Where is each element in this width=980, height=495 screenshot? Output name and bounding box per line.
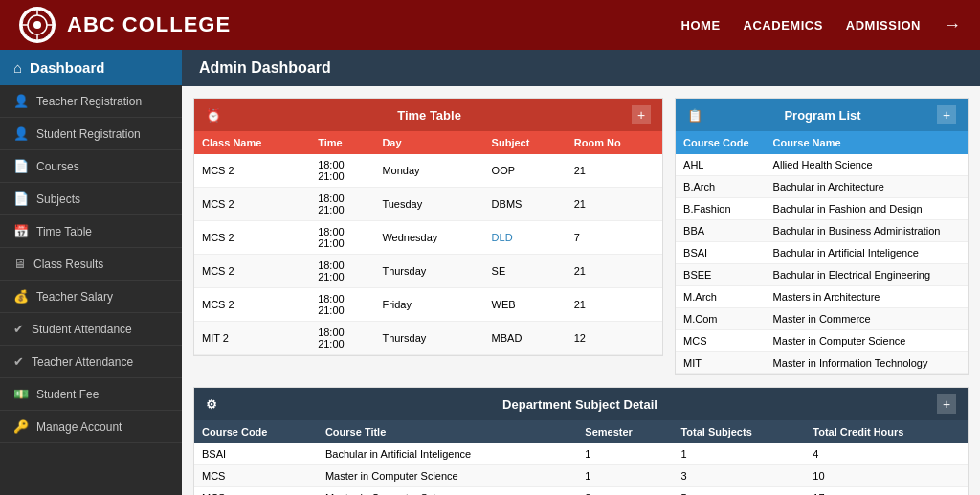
col-dept-code: Course Code bbox=[194, 420, 318, 443]
cell-subject: SE bbox=[484, 255, 567, 288]
sidebar-item-teacher-salary[interactable]: 💰 Teacher Salary bbox=[0, 281, 182, 313]
cell-total-subjects: 1 bbox=[673, 443, 805, 465]
cell-room: 21 bbox=[567, 188, 662, 221]
cell-code: M.Arch bbox=[676, 286, 766, 308]
cell-title: Master in Computer Science bbox=[318, 487, 577, 496]
cell-code: BBA bbox=[676, 220, 766, 242]
program-header-row: Course Code Course Name bbox=[676, 131, 968, 154]
col-room: Room No bbox=[567, 131, 662, 154]
sidebar-item-dashboard[interactable]: ⌂ Dashboard bbox=[0, 50, 182, 85]
sidebar-item-student-fee[interactable]: 💵 Student Fee bbox=[0, 378, 182, 411]
key-icon: 🔑 bbox=[13, 419, 29, 434]
cell-name: Bachular in Business Administration bbox=[766, 220, 968, 242]
cell-time: 18:00 21:00 bbox=[310, 188, 374, 221]
cell-semester: 1 bbox=[577, 465, 673, 487]
sidebar-item-class-results[interactable]: 🖥 Class Results bbox=[0, 248, 182, 281]
cell-time: 18:00 21:00 bbox=[310, 322, 374, 355]
app-header: ABC COLLEGE HOME ACADEMICS ADMISSION → bbox=[0, 0, 980, 50]
cell-subject: DBMS bbox=[484, 188, 567, 221]
sidebar-item-subjects[interactable]: 📄 Subjects bbox=[0, 183, 182, 215]
body-layout: ⌂ Dashboard 👤 Teacher Registration 👤 Stu… bbox=[0, 50, 980, 495]
cell-code: M.Com bbox=[676, 308, 766, 330]
sidebar-item-manage-account[interactable]: 🔑 Manage Account bbox=[0, 411, 182, 443]
department-card: ⚙ Department Subject Detail + Course Cod… bbox=[193, 387, 969, 495]
sidebar-label: Subjects bbox=[36, 192, 80, 206]
col-credit-hours: Total Credit Hours bbox=[805, 420, 968, 443]
cell-name: Bachular in Electrical Engineering bbox=[766, 264, 968, 286]
list-item: B.Arch Bachular in Architecture bbox=[676, 176, 968, 198]
program-table: Course Code Course Name AHL Allied Healt… bbox=[676, 131, 968, 374]
department-header: ⚙ Department Subject Detail + bbox=[194, 388, 968, 420]
sidebar-item-courses[interactable]: 📄 Courses bbox=[0, 150, 182, 183]
svg-point-2 bbox=[33, 21, 41, 29]
cell-code: MCS bbox=[194, 465, 318, 487]
header-brand: ABC COLLEGE bbox=[19, 7, 231, 43]
cell-subject[interactable]: DLD bbox=[484, 221, 567, 255]
cell-room: 12 bbox=[567, 322, 662, 355]
cell-title: Bachular in Artificial Inteligence bbox=[318, 443, 577, 465]
cell-time: 18:00 21:00 bbox=[310, 154, 374, 188]
home-icon: ⌂ bbox=[13, 59, 22, 76]
timetable-body: MCS 2 18:00 21:00 Monday OOP 21 MCS 2 18… bbox=[194, 154, 662, 355]
cell-time: 18:00 21:00 bbox=[310, 255, 374, 288]
cell-class: MCS 2 bbox=[194, 154, 310, 188]
cell-semester: 2 bbox=[577, 487, 673, 496]
fee-icon: 💵 bbox=[13, 387, 29, 401]
list-item: MCS Master in Computer Science bbox=[676, 330, 968, 352]
timetable-header: ⏰ Time Table + bbox=[194, 99, 662, 131]
table-row: MCS 2 18:00 21:00 Wednesday DLD 7 bbox=[194, 221, 662, 255]
sidebar-item-teacher-registration[interactable]: 👤 Teacher Registration bbox=[0, 85, 182, 118]
timetable-card: ⏰ Time Table + Class Name Time Day Subje… bbox=[193, 98, 663, 356]
cell-class: MCS 2 bbox=[194, 288, 310, 322]
sidebar-item-timetable[interactable]: 📅 Time Table bbox=[0, 215, 182, 248]
program-header: 📋 Program List + bbox=[676, 99, 968, 131]
cell-day: Wednesday bbox=[374, 221, 483, 255]
cell-class: MCS 2 bbox=[194, 255, 310, 288]
nav-academics[interactable]: ACADEMICS bbox=[744, 18, 823, 33]
cell-room: 21 bbox=[567, 255, 662, 288]
cell-code: BSAI bbox=[194, 443, 318, 465]
list-item: B.Fashion Bachular in Fashion and Design bbox=[676, 198, 968, 220]
cell-code: BSEE bbox=[676, 264, 766, 286]
table-row: MCS 2 18:00 21:00 Thursday SE 21 bbox=[194, 255, 662, 288]
list-item: BBA Bachular in Business Administration bbox=[676, 220, 968, 242]
list-icon: 📋 bbox=[687, 108, 702, 123]
cell-code: MCS bbox=[194, 487, 318, 496]
money-icon: 💰 bbox=[13, 289, 29, 304]
sidebar-label: Student Fee bbox=[36, 388, 99, 401]
cell-subject: OOP bbox=[484, 154, 567, 188]
program-add-button[interactable]: + bbox=[937, 105, 956, 124]
department-add-button[interactable]: + bbox=[937, 394, 956, 414]
cell-name: Bachular in Architecture bbox=[766, 176, 968, 198]
department-title: Department Subject Detail bbox=[502, 397, 657, 412]
list-item: BSAI Bachular in Artificial Inteligence bbox=[676, 242, 968, 264]
timetable-add-button[interactable]: + bbox=[632, 105, 651, 124]
sidebar-label: Teacher Attendance bbox=[32, 355, 133, 369]
sidebar-item-teacher-attendance[interactable]: ✔ Teacher Attendance bbox=[0, 346, 182, 378]
cell-room: 21 bbox=[567, 288, 662, 322]
cell-credit-hours: 10 bbox=[805, 465, 968, 487]
sidebar-label: Teacher Salary bbox=[36, 290, 113, 304]
table-row: MCS 2 18:00 21:00 Monday OOP 21 bbox=[194, 154, 662, 188]
col-class-name: Class Name bbox=[194, 131, 310, 154]
doc-icon: 📄 bbox=[13, 191, 29, 206]
cell-code: AHL bbox=[676, 154, 766, 176]
sidebar-item-student-attendance[interactable]: ✔ Student Attendance bbox=[0, 313, 182, 346]
timetable-header-row: Class Name Time Day Subject Room No bbox=[194, 131, 662, 154]
gear-icon: ⚙ bbox=[206, 397, 217, 412]
cell-class: MCS 2 bbox=[194, 221, 310, 255]
sidebar-label: Student Registration bbox=[36, 127, 141, 141]
timetable-title: Time Table bbox=[397, 108, 461, 123]
table-row: MIT 2 18:00 21:00 Thursday MBAD 12 bbox=[194, 322, 662, 355]
logout-button[interactable]: → bbox=[944, 15, 961, 35]
table-row: MCS 2 18:00 21:00 Friday WEB 21 bbox=[194, 288, 662, 322]
clock-icon: ⏰ bbox=[206, 108, 221, 123]
nav-home[interactable]: HOME bbox=[681, 18, 721, 33]
sidebar-label: Student Attendance bbox=[32, 323, 132, 336]
cell-day: Thursday bbox=[374, 322, 483, 355]
cell-subject: WEB bbox=[484, 288, 567, 322]
nav-admission[interactable]: ADMISSION bbox=[846, 18, 921, 33]
sidebar-item-student-registration[interactable]: 👤 Student Registration bbox=[0, 118, 182, 150]
check-icon: ✔ bbox=[13, 354, 24, 369]
cell-day: Monday bbox=[374, 154, 483, 188]
